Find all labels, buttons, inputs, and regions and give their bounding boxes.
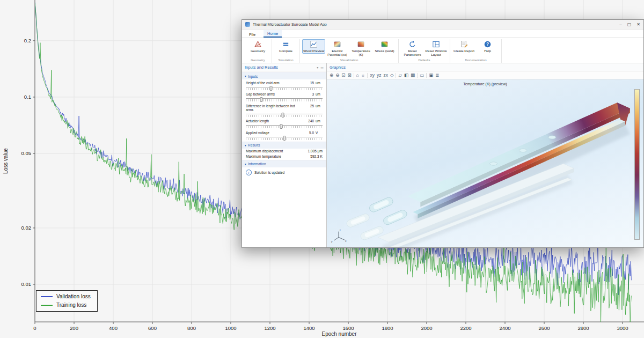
ribbon-button-electric-potential-ec[interactable]: Electric Potential (ec) (326, 39, 349, 58)
field-value[interactable]: 5.0 (304, 131, 314, 135)
slider-thumb[interactable] (281, 113, 284, 117)
ribbon-button-geometry[interactable]: Geometry (246, 39, 269, 54)
section-header-results[interactable]: ▾Results (242, 142, 326, 149)
scene-light-icon[interactable]: ☼ (361, 73, 365, 78)
slider-track (246, 98, 323, 99)
x-tick-label: 2000 (421, 325, 432, 331)
ribbon-group-visualization: Show PreviewElectric Potential (ec)Tempe… (300, 39, 399, 63)
result-value: 1.085 μm (308, 149, 323, 153)
input-field-gap-between-arms: Gap between arms3um (242, 91, 326, 102)
actuator-3d-scene[interactable]: zxy (327, 79, 643, 247)
ribbon-button-reset-window-layout[interactable]: Reset Window Layout (425, 39, 448, 58)
graphics-panel-header[interactable]: Graphics (327, 63, 643, 71)
status-text: Solution is updated (254, 171, 284, 174)
wireframe-icon[interactable]: ▦ (411, 73, 415, 78)
slider-track (246, 87, 323, 87)
legend-item-validation-loss: Validation loss (41, 293, 91, 299)
ribbon-button-temperature-k[interactable]: Temperature (K) (349, 39, 372, 58)
ribbon-button-label: Geometry (251, 49, 265, 53)
panel-menu-icon[interactable]: ▭ (320, 65, 324, 69)
slider-ticks (246, 99, 323, 101)
view-xy-icon[interactable]: xy (370, 73, 375, 78)
help-icon: ? (484, 40, 492, 48)
ribbon-tabrow: File Home (242, 30, 643, 38)
section-title: Inputs (248, 75, 258, 78)
ribbon-button-label: Show Preview (303, 49, 324, 53)
field-label: Height of the cold arm (246, 81, 303, 85)
zoom-out-icon[interactable]: ⊖ (335, 73, 339, 78)
graphics-viewport[interactable]: Temperature (K) (preview) (327, 79, 643, 247)
ribbon-button-show-preview[interactable]: Show Preview (302, 39, 325, 54)
field-value[interactable]: 240 (304, 119, 314, 123)
slider-applied-voltage[interactable] (246, 136, 323, 141)
x-tick-label: 1400 (303, 325, 314, 331)
ribbon-button-stress-solid[interactable]: Stress (solid) (373, 39, 396, 54)
x-tick-label: 200 (70, 325, 78, 331)
x-tick-label: 2600 (538, 325, 550, 331)
select-box-icon[interactable]: ▭ (420, 73, 424, 78)
legend-label: Validation loss (56, 293, 91, 299)
ribbon-button-create-report[interactable]: Create Report (452, 39, 475, 54)
stress-plot-icon (380, 40, 389, 48)
ribbon-button-help[interactable]: ?Help (476, 39, 499, 54)
temperature-colorbar (634, 89, 640, 240)
potential-plot-icon (333, 40, 341, 48)
field-label: Gap between arms (246, 92, 303, 96)
field-value[interactable]: 3 (304, 92, 314, 96)
print-icon[interactable]: ≣ (435, 73, 439, 78)
slider-height-of-the-cold-arm[interactable] (246, 86, 323, 91)
ribbon-button-label: Reset Window Layout (425, 49, 447, 57)
ribbon-button-compute[interactable]: Compute (274, 39, 297, 54)
zoom-extents-icon[interactable]: ⊡ (341, 73, 345, 78)
input-field-difference-in-length-between-hot-arms: Difference in length between hot arms25u… (242, 102, 326, 117)
x-tick-label: 400 (109, 325, 118, 331)
slider-thumb[interactable] (270, 86, 273, 91)
zoom-in-icon[interactable]: ⊕ (330, 73, 333, 78)
view-yz-icon[interactable]: yz (377, 73, 382, 78)
ribbon-group-label: Geometry (246, 58, 269, 63)
tab-home[interactable]: Home (264, 30, 282, 38)
view-iso-icon[interactable]: ◇ (390, 73, 394, 78)
reset-parameters-icon (408, 40, 416, 48)
slider-thumb[interactable] (260, 97, 262, 102)
slider-gap-between-arms[interactable] (246, 97, 323, 102)
field-value[interactable]: 15 (304, 81, 314, 85)
go-to-default-view-icon[interactable]: ⌂ (356, 73, 359, 78)
info-icon: i (246, 170, 252, 175)
maximize-button[interactable]: ▢ (627, 23, 632, 27)
field-label: Difference in length between hot arms (246, 104, 303, 112)
transparency-icon[interactable]: ◧ (404, 73, 408, 78)
result-value: 592.3 K (310, 155, 323, 158)
snapshot-icon[interactable]: ▣ (429, 73, 433, 78)
window-title: Thermal Microactuator Surrogate Model Ap… (253, 23, 617, 26)
tab-file[interactable]: File (245, 31, 259, 38)
slider-actuator-length[interactable] (246, 124, 323, 129)
ribbon-button-label: Compute (279, 49, 292, 53)
view-zx-icon[interactable]: zx (383, 73, 388, 78)
section-header-inputs[interactable]: ▾Inputs (242, 72, 326, 79)
orthographic-icon[interactable]: ▱ (398, 73, 402, 78)
slider-difference-in-length-between-hot-arms[interactable] (246, 113, 323, 117)
close-button[interactable]: ✕ (636, 23, 640, 27)
section-header-information[interactable]: ▾Information (242, 160, 326, 167)
legend-label: Training loss (56, 302, 86, 308)
minimize-button[interactable]: – (619, 23, 621, 27)
chevron-down-icon: ▾ (245, 75, 246, 78)
svg-text:x: x (345, 240, 347, 243)
field-value[interactable]: 25 (304, 104, 314, 108)
panels: Inputs and Results ▾▭ ▾InputsHeight of t… (242, 63, 643, 247)
x-tick-label: 2400 (499, 325, 510, 331)
ribbon-button-label: Stress (solid) (375, 49, 394, 53)
slider-thumb[interactable] (283, 136, 286, 141)
inputs-panel-title: Inputs and Results (245, 65, 317, 70)
zoom-box-icon[interactable]: ⊠ (347, 73, 351, 78)
x-axis-label: Epoch number (321, 331, 357, 337)
ribbon-button-reset-parameters[interactable]: Reset Parameters (401, 39, 424, 58)
titlebar[interactable]: Thermal Microactuator Surrogate Model Ap… (242, 20, 643, 30)
reset-layout-icon (432, 40, 440, 48)
inputs-panel-header[interactable]: Inputs and Results ▾▭ (242, 63, 326, 71)
slider-thumb[interactable] (280, 124, 282, 129)
panel-collapse-icon[interactable]: ▾ (317, 65, 318, 69)
legend-item-training-loss: Training loss (41, 302, 91, 308)
slider-ticks (246, 88, 323, 90)
